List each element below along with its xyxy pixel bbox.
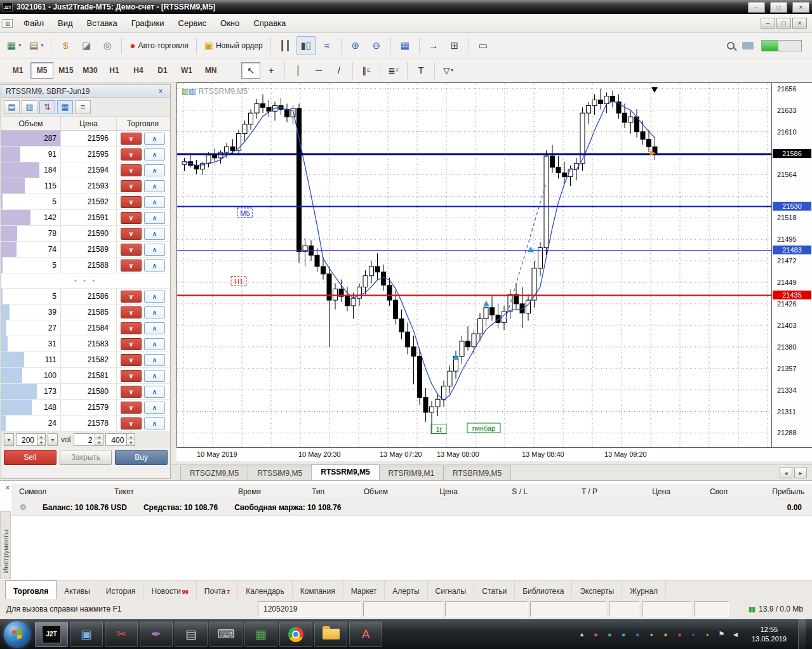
buy-at-price-button[interactable]: ∧ xyxy=(144,370,165,382)
dom-header[interactable]: RTSSRM9, SBRF-Jun19 × xyxy=(1,85,170,98)
sell-at-price-button[interactable]: ∨ xyxy=(121,244,142,256)
buy-button[interactable]: Buy xyxy=(115,450,168,465)
grid-view-icon[interactable]: ▦ xyxy=(57,100,73,114)
buy-at-price-button[interactable]: ∧ xyxy=(144,228,165,240)
candles-chart-button[interactable]: ▮▯ xyxy=(296,36,316,55)
horizontal-line-tool[interactable]: ─ xyxy=(309,62,328,79)
sl-down-icon[interactable]: ▼ xyxy=(37,440,45,445)
sl-up-icon[interactable]: ▲ xyxy=(37,434,45,440)
tray-icon-1[interactable]: ● xyxy=(591,629,601,639)
shapes-tool[interactable]: ▽▾ xyxy=(439,62,458,79)
sell-at-price-button[interactable]: ∨ xyxy=(121,386,142,398)
taskbar-keyboard-app[interactable]: ⌨ xyxy=(210,622,243,647)
menu-item-3[interactable]: Вставка xyxy=(80,15,124,32)
tp-value[interactable]: 400 xyxy=(106,434,126,445)
toolbox-column-10[interactable]: Своп xyxy=(678,487,735,496)
window-cascade-button[interactable]: ▭ xyxy=(474,36,493,55)
sl-points-input[interactable]: 200 ▲▼ xyxy=(16,433,46,446)
mdi-restore-button[interactable]: □ xyxy=(776,18,791,29)
radar-button[interactable]: ◎ xyxy=(98,36,117,55)
buy-at-price-button[interactable]: ∧ xyxy=(144,244,165,256)
dom-column-1[interactable]: Объем xyxy=(1,117,61,130)
time-axis[interactable]: 10 May 201910 May 20:3013 May 07:2013 Ma… xyxy=(176,447,812,461)
toolbox-tab-news[interactable]: Новости99 xyxy=(143,580,196,600)
tabs-scroll-left-icon[interactable]: ◂ xyxy=(780,467,792,478)
line-chart-button[interactable]: ≈ xyxy=(317,36,336,55)
chart-tab-4[interactable]: RTSRIM9,M1 xyxy=(379,466,444,480)
toolbox-tab-market[interactable]: Маркет xyxy=(343,580,385,600)
dom-close-icon[interactable]: × xyxy=(156,87,166,96)
toolbox-tab-library[interactable]: Библиотека xyxy=(515,580,572,600)
menu-item-2[interactable]: Вид xyxy=(51,15,80,32)
volume-value[interactable]: 2 xyxy=(74,434,95,445)
trendline-tool[interactable]: / xyxy=(329,62,349,79)
fibonacci-tool[interactable]: ≣F xyxy=(384,62,403,79)
sell-at-price-button[interactable]: ∨ xyxy=(121,133,142,145)
dom-column-2[interactable]: Цена xyxy=(61,117,117,130)
menu-item-6[interactable]: Окно xyxy=(213,15,246,32)
mdi-close-button[interactable]: × xyxy=(792,18,807,29)
tp-points-input[interactable]: 400 ▲▼ xyxy=(105,433,135,446)
tray-icon-4[interactable]: ● xyxy=(633,629,642,639)
data-window-button[interactable]: ◪ xyxy=(77,36,96,55)
menu-item-7[interactable]: Справка xyxy=(246,15,293,32)
close-button[interactable]: × xyxy=(792,2,809,13)
dom-column-3[interactable]: Торговля xyxy=(117,117,169,130)
toolbox-column-11[interactable]: Прибыль xyxy=(735,487,812,496)
tray-volume-icon[interactable]: ◄ xyxy=(731,629,740,639)
tray-icon-3[interactable]: ● xyxy=(619,629,629,639)
toolbox-close-icon[interactable]: × xyxy=(3,483,12,492)
buy-at-price-button[interactable]: ∧ xyxy=(144,164,165,176)
channel-tool[interactable]: ∥E xyxy=(357,62,376,79)
tp-up-icon[interactable]: ▲ xyxy=(127,434,135,440)
crosshair-tool[interactable]: + xyxy=(262,62,281,79)
chart-tab-5[interactable]: RTSBRM9,M5 xyxy=(443,466,511,480)
tray-icon-8[interactable]: ▪ xyxy=(689,629,698,639)
taskbar-green-terminal-app[interactable]: ▦ xyxy=(244,622,277,647)
text-tool[interactable]: T xyxy=(411,62,430,79)
toolbox-tab-alerts[interactable]: Алерты xyxy=(385,580,427,600)
timeframe-mn[interactable]: MN xyxy=(199,62,222,79)
toolbox-column-2[interactable]: Тикет xyxy=(107,487,183,496)
toolbox-column-8[interactable]: T / P xyxy=(535,487,605,496)
toolbox-sidebar-tab[interactable]: Инструменты xyxy=(0,511,11,579)
tray-icon-6[interactable]: ● xyxy=(661,629,670,639)
chart-view-icon[interactable]: ▤ xyxy=(4,100,20,114)
search-icon[interactable] xyxy=(727,42,735,49)
chart-canvas[interactable]: M5H11tпинбар xyxy=(177,83,771,447)
timeframe-d1[interactable]: D1 xyxy=(151,62,174,79)
toolbox-column-7[interactable]: S / L xyxy=(465,487,535,496)
sell-at-price-button[interactable]: ∨ xyxy=(121,180,142,192)
buy-at-price-button[interactable]: ∧ xyxy=(144,386,165,398)
sell-at-price-button[interactable]: ∨ xyxy=(121,338,142,350)
toolbox-column-4[interactable]: Тип xyxy=(269,487,332,496)
taskbar-folder-app[interactable] xyxy=(314,622,347,647)
toolbox-tab-calendar[interactable]: Календарь xyxy=(238,580,293,600)
timeframe-m5[interactable]: M5 xyxy=(30,62,53,79)
toolbox-tab-journal[interactable]: Журнал xyxy=(622,580,666,600)
buy-at-price-button[interactable]: ∧ xyxy=(144,306,165,318)
new-chart-button[interactable]: ▦▾ xyxy=(4,36,24,55)
sell-at-price-button[interactable]: ∨ xyxy=(121,164,142,176)
orders-view-icon[interactable]: ⇅ xyxy=(39,100,55,114)
cursor-tool[interactable]: ↖ xyxy=(241,62,260,79)
price-scale[interactable]: 2165621633216102156421518214952147221449… xyxy=(771,82,812,447)
volume-up-icon[interactable]: ▲ xyxy=(95,434,103,440)
new-order-button[interactable]: ▣Новый ордер xyxy=(201,36,266,55)
timeframe-m15[interactable]: M15 xyxy=(55,62,77,79)
zoom-in-button[interactable]: ⊕ xyxy=(346,36,365,55)
sell-at-price-button[interactable]: ∨ xyxy=(121,212,142,224)
bars-chart-button[interactable]: ┃┃ xyxy=(276,36,295,55)
buy-at-price-button[interactable]: ∧ xyxy=(144,196,165,208)
sell-at-price-button[interactable]: ∨ xyxy=(121,370,142,382)
toolbox-tab-articles[interactable]: Статьи xyxy=(474,580,515,600)
toolbox-column-9[interactable]: Цена xyxy=(605,487,678,496)
volume-input[interactable]: 2 ▲▼ xyxy=(74,433,103,446)
auto-scroll-button[interactable]: → xyxy=(424,36,443,55)
ladder-view-icon[interactable]: ▥ xyxy=(22,100,37,114)
buy-at-price-button[interactable]: ∧ xyxy=(144,322,165,334)
menu-item-5[interactable]: Сервис xyxy=(171,15,214,32)
sell-at-price-button[interactable]: ∨ xyxy=(121,196,142,208)
sell-at-price-button[interactable]: ∨ xyxy=(121,322,142,334)
buy-at-price-button[interactable]: ∧ xyxy=(144,148,165,161)
